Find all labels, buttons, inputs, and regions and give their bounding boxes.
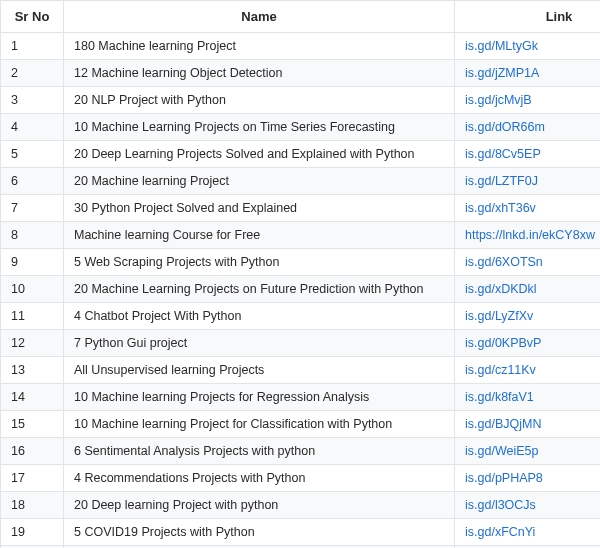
cell-link: is.gd/WeiE5p [455,438,601,465]
header-link: Link [455,1,601,33]
project-link[interactable]: is.gd/MLtyGk [465,39,538,53]
project-link[interactable]: is.gd/WeiE5p [465,444,538,458]
cell-name: 10 Machine Learning Projects on Time Ser… [64,114,455,141]
table-row: 127 Python Gui projectis.gd/0KPBvP [1,330,601,357]
table-row: 195 COVID19 Projects with Pythonis.gd/xF… [1,519,601,546]
project-link[interactable]: is.gd/jZMP1A [465,66,539,80]
cell-name: 12 Machine learning Object Detection [64,60,455,87]
cell-sr-no: 13 [1,357,64,384]
cell-name: 20 Machine Learning Projects on Future P… [64,276,455,303]
cell-sr-no: 11 [1,303,64,330]
project-link[interactable]: is.gd/xFCnYi [465,525,535,539]
table-row: 620 Machine learning Projectis.gd/LZTF0J [1,168,601,195]
cell-name: 10 Machine learning Project for Classifi… [64,411,455,438]
cell-name: 180 Machine learning Project [64,33,455,60]
cell-link: is.gd/BJQjMN [455,411,601,438]
cell-name: 4 Chatbot Project With Python [64,303,455,330]
table-row: 520 Deep Learning Projects Solved and Ex… [1,141,601,168]
cell-link: is.gd/6XOTSn [455,249,601,276]
cell-sr-no: 2 [1,60,64,87]
header-sr-no: Sr No [1,1,64,33]
cell-link: is.gd/jcMvjB [455,87,601,114]
cell-sr-no: 14 [1,384,64,411]
cell-sr-no: 6 [1,168,64,195]
project-link[interactable]: is.gd/BJQjMN [465,417,541,431]
cell-sr-no: 4 [1,114,64,141]
cell-sr-no: 1 [1,33,64,60]
project-link[interactable]: is.gd/8Cv5EP [465,147,541,161]
cell-name: 5 Web Scraping Projects with Python [64,249,455,276]
cell-name: 20 Machine learning Project [64,168,455,195]
table-row: 8Machine learning Course for Freehttps:/… [1,222,601,249]
cell-link: is.gd/MLtyGk [455,33,601,60]
cell-name: Machine learning Course for Free [64,222,455,249]
cell-sr-no: 19 [1,519,64,546]
cell-link: is.gd/xFCnYi [455,519,601,546]
project-link[interactable]: is.gd/0KPBvP [465,336,541,350]
projects-table: Sr No Name Link 1180 Machine learning Pr… [0,0,600,548]
cell-sr-no: 7 [1,195,64,222]
project-link[interactable]: is.gd/6XOTSn [465,255,543,269]
cell-link: is.gd/k8faV1 [455,384,601,411]
table-row: 114 Chatbot Project With Pythonis.gd/LyZ… [1,303,601,330]
cell-name: 4 Recommendations Projects with Python [64,465,455,492]
cell-name: 6 Sentimental Analysis Projects with pyt… [64,438,455,465]
header-name: Name [64,1,455,33]
cell-link: is.gd/LZTF0J [455,168,601,195]
cell-link: is.gd/0KPBvP [455,330,601,357]
table-row: 212 Machine learning Object Detectionis.… [1,60,601,87]
project-link[interactable]: is.gd/xDKDkl [465,282,537,296]
table-row: 1410 Machine learning Projects for Regre… [1,384,601,411]
cell-link: is.gd/dOR66m [455,114,601,141]
project-link[interactable]: is.gd/dOR66m [465,120,545,134]
table-row: 13All Unsupervised learning Projectsis.g… [1,357,601,384]
cell-link: is.gd/cz11Kv [455,357,601,384]
cell-sr-no: 12 [1,330,64,357]
cell-sr-no: 5 [1,141,64,168]
cell-link: is.gd/xhT36v [455,195,601,222]
table-row: 410 Machine Learning Projects on Time Se… [1,114,601,141]
table-row: 320 NLP Project with Pythonis.gd/jcMvjB [1,87,601,114]
cell-link: https://lnkd.in/ekCY8xw [455,222,601,249]
table-row: 174 Recommendations Projects with Python… [1,465,601,492]
cell-link: is.gd/8Cv5EP [455,141,601,168]
table-row: 95 Web Scraping Projects with Pythonis.g… [1,249,601,276]
cell-name: 5 COVID19 Projects with Python [64,519,455,546]
cell-link: is.gd/pPHAP8 [455,465,601,492]
cell-sr-no: 10 [1,276,64,303]
project-link[interactable]: is.gd/LZTF0J [465,174,538,188]
cell-name: 20 Deep learning Project with python [64,492,455,519]
cell-sr-no: 15 [1,411,64,438]
cell-link: is.gd/jZMP1A [455,60,601,87]
project-link[interactable]: is.gd/l3OCJs [465,498,536,512]
project-link[interactable]: is.gd/xhT36v [465,201,536,215]
cell-sr-no: 9 [1,249,64,276]
header-row: Sr No Name Link [1,1,601,33]
cell-name: All Unsupervised learning Projects [64,357,455,384]
table-row: 1820 Deep learning Project with pythonis… [1,492,601,519]
cell-link: is.gd/l3OCJs [455,492,601,519]
cell-sr-no: 8 [1,222,64,249]
table-row: 730 Python Project Solved and Explainedi… [1,195,601,222]
project-link[interactable]: is.gd/LyZfXv [465,309,533,323]
cell-sr-no: 16 [1,438,64,465]
table-row: 1180 Machine learning Projectis.gd/MLtyG… [1,33,601,60]
project-link[interactable]: is.gd/jcMvjB [465,93,532,107]
cell-name: 20 Deep Learning Projects Solved and Exp… [64,141,455,168]
cell-sr-no: 17 [1,465,64,492]
cell-name: 20 NLP Project with Python [64,87,455,114]
cell-link: is.gd/LyZfXv [455,303,601,330]
project-link[interactable]: is.gd/k8faV1 [465,390,534,404]
cell-name: 7 Python Gui project [64,330,455,357]
cell-sr-no: 3 [1,87,64,114]
cell-name: 10 Machine learning Projects for Regress… [64,384,455,411]
cell-link: is.gd/xDKDkl [455,276,601,303]
table-row: 166 Sentimental Analysis Projects with p… [1,438,601,465]
cell-sr-no: 18 [1,492,64,519]
table-row: 1020 Machine Learning Projects on Future… [1,276,601,303]
project-link[interactable]: https://lnkd.in/ekCY8xw [465,228,595,242]
cell-name: 30 Python Project Solved and Explained [64,195,455,222]
project-link[interactable]: is.gd/cz11Kv [465,363,536,377]
table-row: 1510 Machine learning Project for Classi… [1,411,601,438]
project-link[interactable]: is.gd/pPHAP8 [465,471,543,485]
